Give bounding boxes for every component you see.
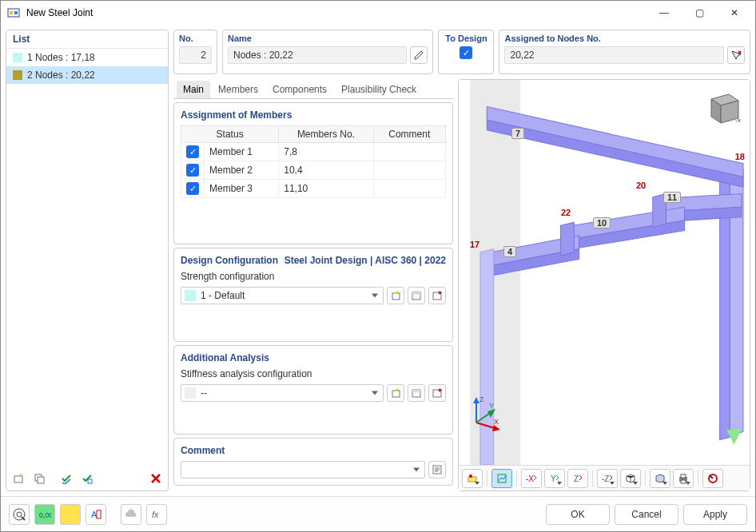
apply-button[interactable]: Apply bbox=[683, 504, 747, 525]
tabs: Main Members Components Plausibility Che… bbox=[173, 81, 453, 99]
cancel-button[interactable]: Cancel bbox=[615, 504, 678, 525]
stiffness-dropdown[interactable]: -- bbox=[181, 384, 384, 402]
view-mode-button[interactable] bbox=[462, 469, 483, 488]
strength-dropdown[interactable]: 1 - Default bbox=[181, 287, 384, 304]
tab-components[interactable]: Components bbox=[266, 81, 333, 98]
design-header: Design Configuration Steel Joint Design … bbox=[181, 255, 446, 266]
print-button[interactable] bbox=[673, 469, 694, 488]
assigned-value: 20,22 bbox=[504, 46, 724, 64]
uncheck-all-button[interactable] bbox=[78, 470, 96, 487]
pick-nodes-button[interactable] bbox=[727, 46, 745, 64]
comment-header: Comment bbox=[181, 445, 446, 456]
row-members: 10,4 bbox=[279, 161, 373, 180]
row-checkbox[interactable]: ✓ bbox=[186, 145, 199, 158]
svg-text:Z: Z bbox=[574, 474, 579, 483]
comment-dropdown[interactable] bbox=[181, 461, 425, 478]
maximize-button[interactable]: ▢ bbox=[682, 1, 717, 25]
tab-members[interactable]: Members bbox=[212, 81, 265, 98]
strength-value: 1 - Default bbox=[201, 290, 245, 301]
name-value: Nodes : 20,22 bbox=[228, 46, 407, 64]
close-button[interactable]: ✕ bbox=[717, 1, 752, 25]
row-comment bbox=[373, 180, 445, 198]
comment-panel: Comment bbox=[173, 438, 453, 486]
color-button[interactable] bbox=[60, 504, 81, 525]
right-area: No. 2 Name Nodes : 20,22 To Design ✓ Ass… bbox=[173, 30, 750, 491]
copy-item-button[interactable] bbox=[30, 470, 48, 487]
tab-plausibility[interactable]: Plausibility Check bbox=[335, 81, 423, 98]
edit-name-button[interactable] bbox=[410, 46, 428, 64]
view-z-button[interactable]: Z bbox=[567, 469, 588, 488]
beam-label: 11 bbox=[663, 192, 681, 203]
node-label: 20 bbox=[636, 181, 646, 190]
svg-rect-6 bbox=[88, 479, 92, 483]
assignment-header: Assignment of Members bbox=[181, 109, 446, 121]
list-item-1[interactable]: 1 Nodes : 17,18 bbox=[6, 49, 168, 66]
row-members: 11,10 bbox=[279, 180, 373, 198]
list-item-2[interactable]: 2 Nodes : 20,22 bbox=[6, 66, 168, 84]
svg-rect-7 bbox=[392, 293, 400, 300]
new-item-button[interactable] bbox=[10, 470, 27, 487]
window-title: New Steel Joint bbox=[26, 7, 647, 18]
cloud-button[interactable] bbox=[121, 504, 141, 525]
svg-rect-2 bbox=[14, 11, 18, 14]
view3d[interactable]: 7 20 11 22 10 17 4 18 bbox=[459, 80, 750, 465]
table-row[interactable]: ✓ Member 3 11,10 bbox=[181, 180, 446, 198]
beam-label: 4 bbox=[503, 246, 516, 257]
footer: 0,00 A fx OK Cancel Apply bbox=[1, 496, 755, 531]
render-mode-button[interactable] bbox=[650, 469, 670, 488]
svg-marker-28 bbox=[561, 222, 575, 256]
edit-config-button[interactable] bbox=[408, 287, 425, 304]
svg-rect-11 bbox=[392, 391, 400, 397]
top-fields: No. 2 Name Nodes : 20,22 To Design ✓ Ass… bbox=[173, 30, 750, 74]
node-label: 18 bbox=[735, 152, 745, 161]
ok-button[interactable]: OK bbox=[546, 504, 610, 525]
table-row[interactable]: ✓ Member 2 10,4 bbox=[181, 161, 446, 180]
new-stiffness-button[interactable] bbox=[387, 384, 404, 402]
delete-item-button[interactable] bbox=[147, 470, 165, 487]
form-column: Main Members Components Plausibility Che… bbox=[173, 79, 453, 491]
minimize-button[interactable]: — bbox=[647, 1, 682, 25]
app-icon bbox=[7, 6, 20, 19]
svg-rect-54 bbox=[681, 474, 686, 478]
row-members: 7,8 bbox=[279, 143, 373, 161]
perspective-button[interactable] bbox=[620, 469, 641, 488]
tab-main[interactable]: Main bbox=[177, 81, 210, 98]
svg-rect-13 bbox=[412, 390, 420, 392]
content: List 1 Nodes : 17,18 2 Nodes : 20,22 bbox=[1, 25, 755, 496]
view-neg-z-button[interactable]: -Z bbox=[597, 469, 618, 488]
svg-rect-5 bbox=[38, 477, 44, 483]
check-all-button[interactable] bbox=[58, 470, 75, 487]
reset-view-button[interactable] bbox=[702, 469, 723, 488]
todesign-checkbox[interactable]: ✓ bbox=[460, 46, 472, 59]
comment-library-button[interactable] bbox=[428, 461, 446, 478]
units-button[interactable]: 0,00 bbox=[34, 504, 55, 525]
row-checkbox[interactable]: ✓ bbox=[186, 164, 199, 177]
table-row[interactable]: ✓ Member 1 7,8 bbox=[181, 143, 446, 161]
svg-rect-44 bbox=[468, 477, 476, 482]
swatch-icon bbox=[185, 387, 196, 399]
edit-stiffness-button[interactable] bbox=[408, 384, 425, 402]
beam-label: 10 bbox=[593, 217, 611, 228]
script-button[interactable]: fx bbox=[146, 504, 167, 525]
no-label: No. bbox=[179, 34, 212, 43]
svg-rect-9 bbox=[412, 292, 420, 295]
name-label: Name bbox=[228, 34, 428, 43]
list-item-label: 1 Nodes : 17,18 bbox=[27, 52, 95, 63]
assignment-panel: Assignment of Members Status Members No.… bbox=[173, 102, 453, 244]
delete-config-button[interactable] bbox=[428, 287, 446, 304]
font-button[interactable]: A bbox=[86, 504, 106, 525]
help-button[interactable] bbox=[9, 504, 30, 525]
svg-point-45 bbox=[469, 474, 472, 478]
view-neg-x-button[interactable]: -X bbox=[521, 469, 542, 488]
row-name: Member 2 bbox=[205, 161, 279, 180]
show-model-button[interactable] bbox=[491, 469, 512, 488]
list-panel: List 1 Nodes : 17,18 2 Nodes : 20,22 bbox=[6, 30, 169, 491]
svg-text:fx: fx bbox=[152, 510, 159, 519]
delete-stiffness-button[interactable] bbox=[428, 384, 446, 402]
col-members: Members No. bbox=[279, 126, 373, 143]
view-y-button[interactable]: Y bbox=[544, 469, 565, 488]
nav-cube[interactable]: -x bbox=[702, 88, 742, 128]
new-config-button[interactable] bbox=[387, 287, 404, 304]
row-checkbox[interactable]: ✓ bbox=[186, 182, 199, 195]
svg-text:X: X bbox=[494, 418, 499, 426]
